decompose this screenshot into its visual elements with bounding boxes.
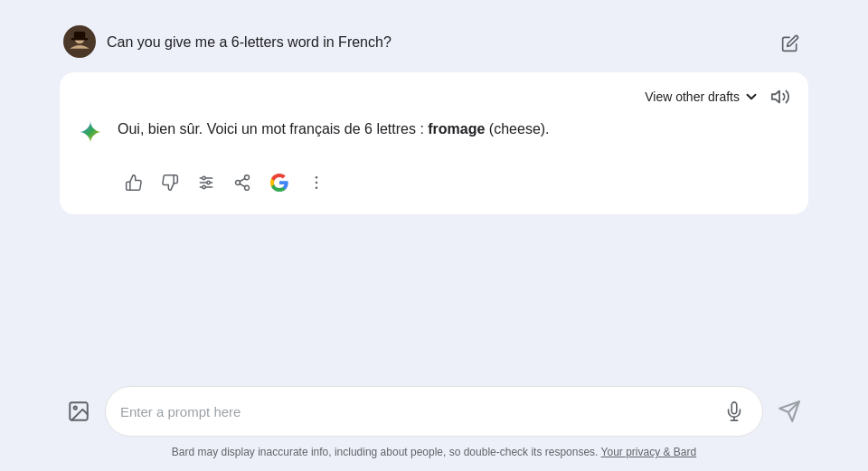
- response-header: View other drafts: [78, 87, 790, 107]
- thumbs-up-button[interactable]: [118, 166, 150, 199]
- input-row: [60, 386, 808, 437]
- thumbs-down-icon: [161, 174, 179, 192]
- response-body: Oui, bien sûr. Voici un mot français de …: [78, 118, 790, 147]
- bottom-bar: Bard may display inaccurate info, includ…: [45, 375, 823, 471]
- send-icon: [778, 400, 801, 423]
- google-search-button[interactable]: [262, 165, 297, 200]
- svg-point-9: [203, 185, 205, 188]
- svg-point-16: [316, 182, 318, 184]
- thumbs-up-icon: [125, 174, 143, 192]
- svg-line-13: [240, 184, 245, 186]
- share-button[interactable]: [226, 166, 259, 199]
- view-drafts-button[interactable]: View other drafts: [645, 89, 760, 105]
- svg-marker-3: [772, 91, 779, 103]
- more-options-button[interactable]: [300, 166, 333, 199]
- svg-rect-2: [71, 38, 89, 40]
- user-avatar: [63, 25, 96, 58]
- tune-icon: [197, 174, 215, 192]
- more-options-icon: [307, 174, 326, 192]
- user-message-row: Can you give me a 6-letters word in Fren…: [60, 18, 808, 65]
- mic-button[interactable]: [721, 398, 748, 425]
- share-icon: [233, 174, 251, 192]
- user-message-text: Can you give me a 6-letters word in Fren…: [107, 25, 765, 53]
- response-text: Oui, bien sûr. Voici un mot français de …: [118, 118, 790, 141]
- action-row: [118, 165, 790, 200]
- privacy-link[interactable]: Your privacy & Bard: [601, 446, 697, 458]
- edit-message-button[interactable]: [776, 29, 805, 58]
- view-drafts-label: View other drafts: [645, 89, 740, 104]
- speaker-button[interactable]: [770, 87, 790, 107]
- thumbs-down-button[interactable]: [154, 166, 186, 199]
- speaker-icon: [770, 87, 790, 107]
- svg-point-15: [316, 176, 318, 179]
- send-button[interactable]: [770, 392, 808, 430]
- gemini-icon: [78, 118, 103, 147]
- svg-point-8: [207, 181, 210, 184]
- image-upload-button[interactable]: [60, 392, 98, 430]
- svg-rect-1: [74, 32, 85, 39]
- svg-point-17: [316, 187, 318, 190]
- image-upload-icon: [67, 400, 90, 423]
- tune-button[interactable]: [190, 166, 222, 199]
- prompt-input[interactable]: [120, 404, 713, 419]
- svg-point-19: [74, 407, 77, 410]
- svg-line-14: [240, 178, 245, 181]
- prompt-input-wrapper: [105, 386, 763, 437]
- google-g-icon: [269, 173, 289, 193]
- response-card: View other drafts: [60, 72, 808, 214]
- chevron-down-icon: [743, 89, 760, 105]
- mic-icon: [724, 401, 744, 421]
- footer-disclaimer: Bard may display inaccurate info, includ…: [60, 437, 808, 471]
- svg-point-7: [203, 176, 205, 179]
